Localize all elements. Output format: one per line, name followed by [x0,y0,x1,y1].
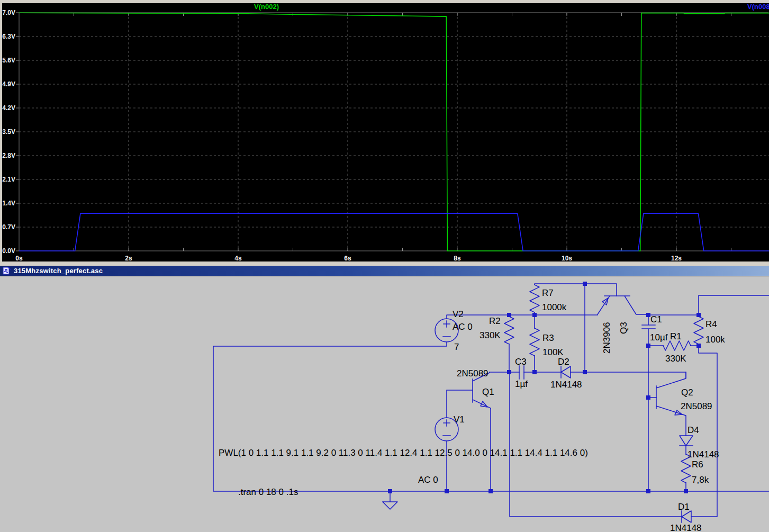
emitter-arrow-icon [481,401,487,407]
label-v1-pwl[interactable]: PWL(1 0 1.1 1.1 9.1 1.1 9.2 0 11.3 0 11.… [219,448,588,458]
label-v1-name[interactable]: V1 [454,414,465,425]
x-tick-label: 6s [344,255,351,262]
label-d1-value[interactable]: 1N4148 [670,523,702,532]
label-d2-value[interactable]: 1N4148 [550,380,582,390]
label-v2-dc[interactable]: 7 [454,342,459,352]
y-tick-label: 7.0V [2,9,15,16]
label-d2-name[interactable]: D2 [558,357,569,367]
label-directive-tran[interactable]: .tran 0 18 0 .1s [238,487,298,497]
junction-dot [646,313,650,317]
label-r4-name[interactable]: R4 [705,319,717,329]
label-r4-value[interactable]: 100k [705,335,725,345]
y-tick-label: 0.7V [2,223,15,231]
resistor-R4[interactable] [694,317,703,344]
window-title: 315Mhzswitch_perfect.asc [14,267,103,275]
diode-D1[interactable] [682,511,691,522]
ground-symbol[interactable] [383,491,397,509]
waveform-pane: 0.0V0.7V1.4V2.1V2.8V3.5V4.2V4.9V5.6V6.3V… [0,0,769,265]
transistor-Q3[interactable] [598,296,648,314]
diode-D2[interactable] [561,366,571,378]
label-r3-value[interactable]: 100K [542,347,564,357]
schematic-labels: V2 AC 0 7 R2 330K R7 1000k R3 100K C3 1µ… [219,288,725,532]
junction-dot [532,370,537,374]
capacitor-C3[interactable] [519,366,524,379]
y-tick-label: 0.0V [2,247,15,255]
label-d1-name[interactable]: D1 [678,502,690,512]
label-r7-value[interactable]: 1000k [542,302,567,312]
plot-black-area [2,3,769,262]
schematic-title-bar[interactable]: 315Mhzswitch_perfect.asc [0,265,769,276]
label-c1-value[interactable]: 10µf [650,332,668,342]
label-q2-name[interactable]: Q2 [681,387,693,398]
label-q2-model[interactable]: 2N5089 [681,401,712,411]
junction-dot [696,313,701,317]
label-r1-value[interactable]: 330K [665,354,686,364]
junction-dot [646,344,650,348]
label-r1-name[interactable]: R1 [670,331,682,341]
plus-sign [444,420,450,426]
label-r6-name[interactable]: R6 [692,459,703,470]
label-q1-name[interactable]: Q1 [482,387,494,397]
x-tick-label: 2s [125,255,132,262]
y-tick-label: 2.1V [2,176,15,183]
plus-sign [444,321,450,327]
label-q1-model[interactable]: 2N5089 [457,368,488,378]
label-c3-value[interactable]: 1µf [515,379,528,389]
resistor-R2[interactable] [504,317,514,344]
waveform-plot[interactable]: 0.0V0.7V1.4V2.1V2.8V3.5V4.2V4.9V5.6V6.3V… [0,0,769,265]
y-tick-label: 4.2V [2,104,15,112]
junction-dot [646,395,650,400]
junction-dot [388,489,392,493]
label-r7-name[interactable]: R7 [542,288,554,298]
label-d4-name[interactable]: D4 [687,425,699,435]
legend-V(n008)[interactable]: V(n008) [747,3,769,11]
junction-dot [583,370,587,374]
y-tick-label: 5.6V [2,57,15,64]
y-tick-label: 3.5V [2,128,15,136]
diode-D4[interactable] [680,436,693,446]
resistor-R3[interactable] [530,328,539,356]
x-tick-label: 10s [562,255,572,262]
label-d4-value[interactable]: 1N4148 [687,449,719,459]
x-tick-label: 0s [15,255,23,262]
label-r2-name[interactable]: R2 [489,316,501,326]
label-q3-name[interactable]: Q3 [619,322,629,334]
junction-dot [488,489,493,493]
x-tick-label: 12s [671,255,682,262]
y-tick-label: 2.8V [2,152,15,159]
x-tick-label: 4s [234,255,242,262]
junction-dot [583,282,587,286]
y-tick-label: 4.9V [2,80,15,88]
junction-dot [646,489,650,493]
junction-dot [532,313,537,317]
label-c1-name[interactable]: C1 [650,314,662,324]
label-r6-value[interactable]: 7,8k [692,475,709,485]
junction-dot [684,489,688,493]
junction-dot [445,489,449,493]
label-r3-name[interactable]: R3 [542,333,554,343]
y-tick-label: 1.4V [2,200,15,207]
schematic-canvas[interactable]: V2 AC 0 7 R2 330K R7 1000k R3 100K C3 1µ… [0,276,769,532]
label-r2-value[interactable]: 330K [480,330,501,340]
resistor-R7[interactable] [530,285,539,312]
label-v2-name[interactable]: V2 [453,309,464,319]
label-v1-ac[interactable]: AC 0 [418,475,438,485]
legend-V(n002)[interactable]: V(n002) [254,3,279,11]
junction-dots [388,282,701,493]
junction-dot [507,370,511,374]
ltspice-file-icon [3,267,11,275]
label-c3-name[interactable]: C3 [515,357,527,367]
x-tick-label: 8s [454,255,461,262]
y-tick-label: 6.3V [2,33,15,40]
label-q3-model[interactable]: 2N3906 [602,322,612,354]
junction-dot [696,344,701,348]
label-v2-ac[interactable]: AC 0 [453,322,473,332]
junction-dot [507,313,511,317]
